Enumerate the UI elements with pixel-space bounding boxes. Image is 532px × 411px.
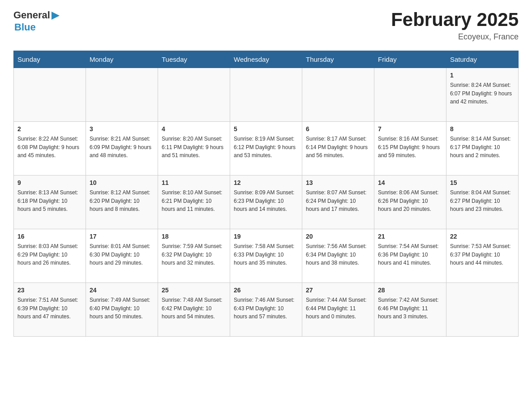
day-number: 16 — [17, 232, 82, 241]
day-number: 23 — [17, 286, 82, 295]
calendar-cell — [86, 68, 158, 122]
day-info: Sunrise: 8:21 AM Sunset: 6:09 PM Dayligh… — [90, 135, 154, 160]
day-info: Sunrise: 7:46 AM Sunset: 6:43 PM Dayligh… — [234, 296, 298, 321]
day-number: 18 — [162, 232, 226, 241]
day-number: 20 — [306, 232, 370, 241]
day-info: Sunrise: 8:16 AM Sunset: 6:15 PM Dayligh… — [378, 135, 442, 160]
calendar-cell: 22Sunrise: 7:53 AM Sunset: 6:37 PM Dayli… — [446, 229, 519, 283]
day-info: Sunrise: 8:01 AM Sunset: 6:30 PM Dayligh… — [90, 242, 154, 267]
day-info: Sunrise: 7:49 AM Sunset: 6:40 PM Dayligh… — [90, 296, 154, 321]
day-info: Sunrise: 8:04 AM Sunset: 6:27 PM Dayligh… — [450, 188, 515, 214]
day-number: 26 — [234, 286, 298, 295]
header-cell-saturday: Saturday — [446, 51, 519, 68]
day-info: Sunrise: 8:03 AM Sunset: 6:29 PM Dayligh… — [17, 242, 82, 267]
day-info: Sunrise: 8:10 AM Sunset: 6:21 PM Dayligh… — [162, 188, 226, 214]
logo-triangle-icon — [51, 12, 60, 20]
day-number: 11 — [162, 178, 226, 188]
day-number: 7 — [378, 124, 442, 134]
calendar-cell: 19Sunrise: 7:58 AM Sunset: 6:33 PM Dayli… — [230, 229, 302, 283]
day-number: 12 — [234, 178, 298, 188]
calendar-cell — [302, 68, 374, 122]
day-number: 3 — [90, 124, 154, 134]
calendar-cell: 9Sunrise: 8:13 AM Sunset: 6:18 PM Daylig… — [14, 176, 86, 229]
calendar-cell — [14, 68, 86, 122]
calendar-cell: 16Sunrise: 8:03 AM Sunset: 6:29 PM Dayli… — [14, 229, 86, 283]
calendar-cell: 8Sunrise: 8:14 AM Sunset: 6:17 PM Daylig… — [446, 122, 519, 176]
day-number: 8 — [450, 124, 515, 134]
calendar-cell: 13Sunrise: 8:07 AM Sunset: 6:24 PM Dayli… — [302, 176, 374, 229]
day-number: 4 — [162, 124, 226, 134]
calendar-cell: 27Sunrise: 7:44 AM Sunset: 6:44 PM Dayli… — [302, 283, 374, 337]
calendar-cell: 18Sunrise: 7:59 AM Sunset: 6:32 PM Dayli… — [158, 229, 230, 283]
calendar-cell: 11Sunrise: 8:10 AM Sunset: 6:21 PM Dayli… — [158, 176, 230, 229]
day-info: Sunrise: 7:54 AM Sunset: 6:36 PM Dayligh… — [378, 242, 442, 267]
page-subtitle: Ecoyeux, France — [391, 32, 519, 42]
calendar-cell: 23Sunrise: 7:51 AM Sunset: 6:39 PM Dayli… — [14, 283, 86, 337]
calendar-week-row: 2Sunrise: 8:22 AM Sunset: 6:08 PM Daylig… — [14, 122, 519, 176]
calendar-week-row: 16Sunrise: 8:03 AM Sunset: 6:29 PM Dayli… — [14, 229, 519, 283]
day-number: 25 — [162, 286, 226, 295]
calendar-cell: 6Sunrise: 8:17 AM Sunset: 6:14 PM Daylig… — [302, 122, 374, 176]
header-cell-sunday: Sunday — [14, 51, 86, 68]
calendar-table: SundayMondayTuesdayWednesdayThursdayFrid… — [13, 51, 519, 337]
day-info: Sunrise: 7:58 AM Sunset: 6:33 PM Dayligh… — [234, 242, 298, 267]
title-block: February 2025 Ecoyeux, France — [391, 9, 519, 42]
day-info: Sunrise: 8:19 AM Sunset: 6:12 PM Dayligh… — [234, 135, 298, 160]
calendar-cell: 2Sunrise: 8:22 AM Sunset: 6:08 PM Daylig… — [14, 122, 86, 176]
day-info: Sunrise: 7:42 AM Sunset: 6:46 PM Dayligh… — [378, 296, 442, 321]
svg-marker-0 — [51, 12, 60, 20]
day-number: 14 — [378, 178, 442, 188]
calendar-cell: 4Sunrise: 8:20 AM Sunset: 6:11 PM Daylig… — [158, 122, 230, 176]
calendar-cell: 21Sunrise: 7:54 AM Sunset: 6:36 PM Dayli… — [374, 229, 446, 283]
page-header: General Blue February 2025 Ecoyeux, Fran… — [13, 9, 519, 42]
day-number: 27 — [306, 286, 370, 295]
calendar-cell — [158, 68, 230, 122]
header-cell-wednesday: Wednesday — [230, 51, 302, 68]
day-info: Sunrise: 8:22 AM Sunset: 6:08 PM Dayligh… — [17, 135, 82, 160]
day-info: Sunrise: 7:48 AM Sunset: 6:42 PM Dayligh… — [162, 296, 226, 321]
day-number: 1 — [450, 71, 515, 80]
calendar-week-row: 23Sunrise: 7:51 AM Sunset: 6:39 PM Dayli… — [14, 283, 519, 337]
calendar-cell: 25Sunrise: 7:48 AM Sunset: 6:42 PM Dayli… — [158, 283, 230, 337]
logo-text-blue: Blue — [14, 21, 36, 33]
day-number: 28 — [378, 286, 442, 295]
day-info: Sunrise: 8:20 AM Sunset: 6:11 PM Dayligh… — [162, 135, 226, 160]
logo: General Blue — [13, 9, 60, 33]
day-number: 15 — [450, 178, 515, 188]
day-info: Sunrise: 8:24 AM Sunset: 6:07 PM Dayligh… — [450, 81, 515, 106]
calendar-cell: 5Sunrise: 8:19 AM Sunset: 6:12 PM Daylig… — [230, 122, 302, 176]
day-info: Sunrise: 8:13 AM Sunset: 6:18 PM Dayligh… — [17, 188, 82, 214]
calendar-cell: 3Sunrise: 8:21 AM Sunset: 6:09 PM Daylig… — [86, 122, 158, 176]
calendar-cell — [374, 68, 446, 122]
calendar-cell: 7Sunrise: 8:16 AM Sunset: 6:15 PM Daylig… — [374, 122, 446, 176]
day-info: Sunrise: 7:59 AM Sunset: 6:32 PM Dayligh… — [162, 242, 226, 267]
day-number: 21 — [378, 232, 442, 241]
day-number: 9 — [17, 178, 82, 188]
calendar-week-row: 9Sunrise: 8:13 AM Sunset: 6:18 PM Daylig… — [14, 176, 519, 229]
day-number: 10 — [90, 178, 154, 188]
day-info: Sunrise: 7:51 AM Sunset: 6:39 PM Dayligh… — [17, 296, 82, 321]
day-info: Sunrise: 8:17 AM Sunset: 6:14 PM Dayligh… — [306, 135, 370, 160]
calendar-week-row: 1Sunrise: 8:24 AM Sunset: 6:07 PM Daylig… — [14, 68, 519, 122]
header-cell-thursday: Thursday — [302, 51, 374, 68]
page-title: February 2025 — [391, 9, 519, 30]
calendar-cell: 1Sunrise: 8:24 AM Sunset: 6:07 PM Daylig… — [446, 68, 519, 122]
day-info: Sunrise: 8:06 AM Sunset: 6:26 PM Dayligh… — [378, 188, 442, 214]
day-info: Sunrise: 8:14 AM Sunset: 6:17 PM Dayligh… — [450, 135, 515, 160]
header-cell-tuesday: Tuesday — [158, 51, 230, 68]
calendar-cell: 20Sunrise: 7:56 AM Sunset: 6:34 PM Dayli… — [302, 229, 374, 283]
day-info: Sunrise: 7:53 AM Sunset: 6:37 PM Dayligh… — [450, 242, 515, 267]
day-info: Sunrise: 8:07 AM Sunset: 6:24 PM Dayligh… — [306, 188, 370, 214]
header-cell-friday: Friday — [374, 51, 446, 68]
calendar-cell — [230, 68, 302, 122]
calendar-cell: 28Sunrise: 7:42 AM Sunset: 6:46 PM Dayli… — [374, 283, 446, 337]
day-number: 24 — [90, 286, 154, 295]
calendar-cell — [446, 283, 519, 337]
day-number: 6 — [306, 124, 370, 134]
day-number: 22 — [450, 232, 515, 241]
calendar-cell: 17Sunrise: 8:01 AM Sunset: 6:30 PM Dayli… — [86, 229, 158, 283]
calendar-cell: 12Sunrise: 8:09 AM Sunset: 6:23 PM Dayli… — [230, 176, 302, 229]
day-number: 2 — [17, 124, 82, 134]
day-info: Sunrise: 8:12 AM Sunset: 6:20 PM Dayligh… — [90, 188, 154, 214]
calendar-cell: 14Sunrise: 8:06 AM Sunset: 6:26 PM Dayli… — [374, 176, 446, 229]
